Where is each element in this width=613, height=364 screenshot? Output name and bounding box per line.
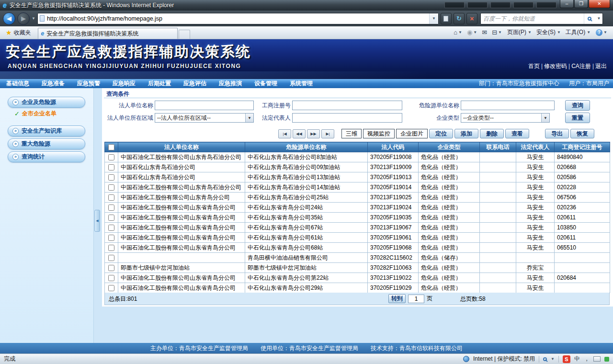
sidebar-item-active[interactable]: ✓全市企业名单 — [14, 110, 93, 118]
toolbar-io-button-1[interactable]: 恢复 — [570, 129, 594, 138]
history-dropdown-icon[interactable]: ▼ — [32, 16, 35, 21]
header-link-2[interactable]: CA注册 — [570, 63, 592, 69]
pager-button-1[interactable]: ◀◀ — [293, 129, 306, 138]
row-checkbox[interactable] — [108, 285, 114, 291]
reset-button[interactable]: 重置 — [565, 113, 590, 123]
zoom-icon[interactable] — [543, 357, 547, 361]
cell-0: 中国石化山东青岛石油分公司 — [118, 172, 245, 182]
keyboard-icon[interactable] — [593, 356, 601, 362]
search-icon[interactable] — [584, 13, 595, 24]
command-button-0[interactable]: 页面(P)▼ — [505, 27, 534, 37]
row-checkbox[interactable] — [108, 245, 114, 251]
compatibility-icon — [443, 16, 448, 22]
pager-button-3[interactable]: ▶| — [321, 129, 334, 138]
sidebar-item-3[interactable]: »重大危险源 — [8, 138, 85, 149]
read-mail-button[interactable]: ✉ — [480, 28, 489, 37]
select-all-checkbox[interactable] — [108, 144, 114, 150]
menu-item-6[interactable]: 应急推演 — [213, 79, 248, 88]
reg-no-label: 工商注册号 — [256, 101, 291, 110]
toolbar-action-button-3[interactable]: 查看 — [505, 129, 529, 138]
menu-item-5[interactable]: 应急评估 — [177, 79, 213, 88]
row-checkbox[interactable] — [108, 164, 114, 171]
column-header-1: 危险源单位名称 — [245, 142, 368, 152]
row-checkbox[interactable] — [108, 184, 114, 191]
menu-item-2[interactable]: 应急预警 — [71, 79, 106, 88]
hazard-name-input[interactable] — [461, 101, 555, 110]
cell-2: 370213F119067 — [368, 223, 419, 233]
corp-name-input[interactable] — [155, 101, 254, 110]
row-checkbox[interactable] — [108, 194, 114, 201]
chevron-down-icon[interactable]: ▼ — [551, 357, 555, 361]
compatibility-view-button[interactable] — [441, 13, 452, 24]
legal-rep-input[interactable] — [292, 113, 402, 123]
reg-no-input[interactable] — [292, 101, 402, 110]
header-link-3[interactable]: 退出 — [594, 63, 608, 69]
ent-type-select[interactable]: --企业类型-- ▼ — [461, 113, 550, 123]
search-dropdown-icon[interactable]: ▼ — [595, 16, 602, 21]
refresh-button[interactable]: ↻ — [454, 13, 465, 24]
row-checkbox[interactable] — [108, 174, 114, 181]
favorites-button[interactable]: ★ 收藏夹 — [3, 27, 34, 38]
cell-0: 中国石油化工股份有限公司山东青岛石油分公司 — [118, 152, 245, 162]
status-right: Internet | 保护模式: 禁用 ▼ S 中 ， — [463, 355, 609, 363]
menu-item-0[interactable]: 基础信息 — [0, 79, 35, 88]
address-dropdown-icon[interactable]: ▼ — [429, 13, 438, 24]
toolbar-action-button-0[interactable]: 定位 — [429, 129, 453, 138]
sidebar-item-0[interactable]: »企业及危险源 — [8, 97, 85, 108]
toolbar-io-button-0[interactable]: 导出 — [545, 129, 569, 138]
toolbar-view-button-1[interactable]: 视频监控 — [363, 129, 395, 138]
row-checkbox[interactable] — [108, 215, 114, 221]
region-select[interactable]: --法人单位所在区域-- ▼ — [155, 113, 254, 123]
feeds-button[interactable]: ◉▼ — [465, 28, 479, 37]
toolbar-view-button-2[interactable]: 企业图片 — [396, 129, 428, 138]
pager-button-2[interactable]: ▶▶ — [307, 129, 320, 138]
row-checkbox[interactable] — [108, 265, 114, 271]
close-button[interactable]: ✕ — [589, 0, 610, 8]
print-button[interactable]: ⊟▼ — [490, 28, 504, 37]
stop-button[interactable]: × — [466, 13, 477, 24]
new-tab-button[interactable] — [179, 30, 190, 39]
header-link-1[interactable]: 修改密码 — [543, 63, 568, 69]
page-number-input[interactable] — [408, 295, 424, 303]
cell-5: 马安生 — [516, 213, 555, 223]
browser-tab[interactable]: e 安全生产应急救援指挥辅助决策系统 — [38, 28, 178, 39]
help-button[interactable]: ?▼ — [594, 28, 609, 37]
header-link-0[interactable]: 首页 — [527, 63, 541, 69]
menu-item-4[interactable]: 后期处置 — [142, 79, 177, 88]
row-checkbox[interactable] — [108, 205, 114, 211]
ime-language-toggle[interactable]: 中 — [574, 355, 580, 363]
back-button[interactable]: ◀ — [3, 12, 15, 25]
cell-5: 马安生 — [516, 233, 555, 243]
ime-punctuation-icon[interactable]: ， — [584, 355, 590, 363]
ime-status-icon[interactable] — [604, 357, 609, 362]
url-input[interactable] — [47, 15, 429, 22]
sidebar-item-4[interactable]: »查询统计 — [8, 151, 85, 162]
row-checkbox[interactable] — [108, 255, 114, 261]
menu-item-3[interactable]: 应急响应 — [106, 79, 142, 88]
pager-button-0[interactable]: |◀ — [278, 129, 291, 138]
command-button-2[interactable]: 工具(O)▼ — [563, 27, 593, 37]
menu-item-8[interactable]: 系统管理 — [284, 79, 319, 88]
toolbar-view-button-0[interactable]: 三维 — [341, 129, 362, 138]
column-header-5: 法定代表人 — [516, 142, 555, 152]
menu-item-1[interactable]: 应急准备 — [35, 79, 71, 88]
row-checkbox[interactable] — [108, 235, 114, 241]
cell-2: 370282F110063 — [368, 263, 419, 273]
sidebar-collapse-handle[interactable]: ◀ — [94, 210, 100, 232]
menu-item-7[interactable]: 设备管理 — [248, 79, 284, 88]
search-input[interactable] — [481, 15, 584, 22]
row-checkbox[interactable] — [108, 225, 114, 231]
toolbar-action-button-1[interactable]: 添加 — [454, 129, 478, 138]
forward-button[interactable]: ▶ — [17, 12, 30, 25]
command-button-1[interactable]: 安全(S)▼ — [534, 27, 563, 37]
row-checkbox[interactable] — [108, 154, 114, 160]
maximize-button[interactable]: ❐ — [574, 0, 588, 8]
sidebar-item-2[interactable]: »安全生产知识库 — [8, 125, 85, 136]
search-query-button[interactable]: 查询 — [565, 100, 590, 111]
toolbar-action-button-2[interactable]: 删除 — [480, 129, 504, 138]
goto-page-button[interactable]: 转到 — [388, 294, 406, 303]
minimize-button[interactable]: – — [560, 0, 574, 8]
home-button[interactable]: ⌂▼ — [452, 28, 464, 37]
row-checkbox[interactable] — [108, 275, 114, 281]
sogou-logo-icon[interactable]: S — [563, 355, 570, 363]
